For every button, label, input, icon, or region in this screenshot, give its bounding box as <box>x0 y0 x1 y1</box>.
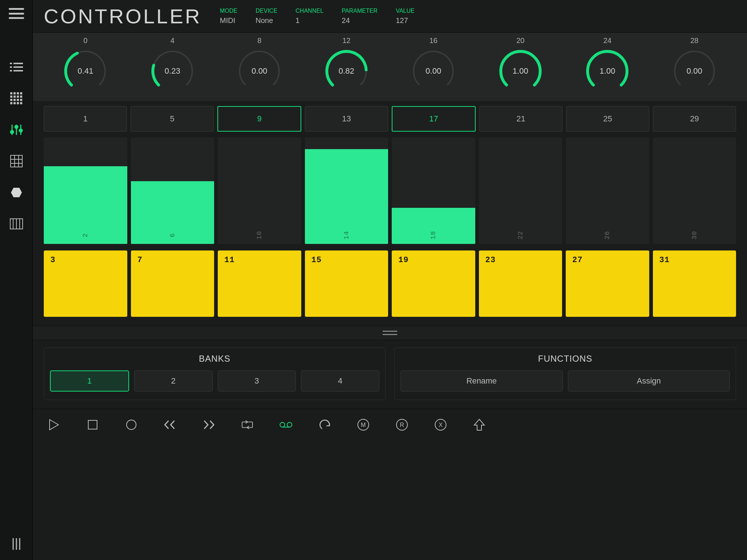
rail-grid-icon[interactable] <box>9 91 24 106</box>
svg-rect-42 <box>88 420 97 429</box>
svg-point-43 <box>127 420 136 429</box>
rail-matrix-icon[interactable] <box>9 154 24 168</box>
bank-button[interactable]: 1 <box>50 370 129 392</box>
svg-rect-7 <box>13 92 16 94</box>
function-button[interactable]: Rename <box>400 370 563 392</box>
header-param[interactable]: CHANNEL1 <box>295 8 323 25</box>
svg-text:R: R <box>400 422 404 428</box>
knob[interactable]: 1.00 <box>584 48 631 94</box>
svg-rect-28 <box>11 155 22 167</box>
fader-label: 14 <box>343 231 350 240</box>
fader[interactable]: 30 <box>653 137 736 244</box>
fader-label: 30 <box>691 231 698 240</box>
rail-sliders-icon[interactable] <box>9 122 24 137</box>
knob-label: 12 <box>342 36 351 45</box>
header-param[interactable]: PARAMETER24 <box>342 8 378 25</box>
pad[interactable]: 23 <box>479 250 562 317</box>
pad[interactable]: 19 <box>392 250 475 317</box>
transport-m-icon[interactable]: M <box>357 418 370 431</box>
transport-stop-icon[interactable] <box>86 418 99 431</box>
knob-value: 0.23 <box>149 48 196 94</box>
svg-marker-41 <box>50 420 58 430</box>
fader[interactable]: 10 <box>218 137 301 244</box>
svg-point-27 <box>19 129 22 132</box>
knob[interactable]: 0.41 <box>62 48 109 94</box>
svg-point-26 <box>15 125 18 128</box>
functions-panel: FUNCTIONS RenameAssign <box>394 347 736 400</box>
fader[interactable]: 22 <box>479 137 562 244</box>
fader[interactable]: 2 <box>44 137 127 244</box>
header-param[interactable]: DEVICENone <box>256 8 278 25</box>
param-value: MIDI <box>220 16 237 25</box>
fader[interactable]: 6 <box>131 137 214 244</box>
svg-point-46 <box>287 422 292 427</box>
svg-rect-18 <box>10 102 12 104</box>
panel-resize-handle[interactable] <box>33 326 747 340</box>
knob[interactable]: 0.23 <box>149 48 196 94</box>
fader-label: 18 <box>430 231 437 240</box>
knob-value: 1.00 <box>584 48 631 94</box>
knob[interactable]: 0.82 <box>323 48 370 94</box>
fader-label: 2 <box>82 233 89 237</box>
pad[interactable]: 11 <box>218 250 301 317</box>
fader[interactable]: 14 <box>305 137 388 244</box>
transport-forward-icon[interactable] <box>202 418 215 431</box>
transport-loop-icon[interactable] <box>241 418 254 431</box>
header-param[interactable]: VALUE127 <box>396 8 414 25</box>
transport-x-icon[interactable]: X <box>434 418 447 431</box>
transport-play-icon[interactable] <box>47 418 61 431</box>
pad[interactable]: 27 <box>566 250 649 317</box>
bank-button[interactable]: 2 <box>134 370 213 392</box>
header-param[interactable]: MODEMIDI <box>220 8 237 25</box>
menu-button[interactable] <box>9 8 24 19</box>
function-button[interactable]: Assign <box>568 370 730 392</box>
rail-bars-icon[interactable] <box>9 537 24 551</box>
fader[interactable]: 18 <box>392 137 475 244</box>
transport-r-icon[interactable]: R <box>395 418 409 431</box>
channel-button[interactable]: 29 <box>653 106 736 132</box>
transport-rewind-icon[interactable] <box>163 418 177 431</box>
channel-button[interactable]: 1 <box>44 106 127 132</box>
channel-button[interactable]: 9 <box>217 106 301 132</box>
channel-button[interactable]: 25 <box>566 106 649 132</box>
pad-label: 31 <box>659 256 730 265</box>
pad-label: 7 <box>138 256 208 265</box>
param-value: 1 <box>295 16 323 25</box>
param-label: MODE <box>220 8 237 14</box>
pad[interactable]: 31 <box>653 250 736 317</box>
knob[interactable]: 1.00 <box>497 48 544 94</box>
knob[interactable]: 0.00 <box>671 48 718 94</box>
channel-button[interactable]: 21 <box>479 106 562 132</box>
knob[interactable]: 0.00 <box>410 48 457 94</box>
rail-list-icon[interactable] <box>9 60 24 74</box>
fader[interactable]: 26 <box>566 137 649 244</box>
pad[interactable]: 7 <box>131 250 214 317</box>
knob-label: 0 <box>84 36 88 45</box>
rail-hexagon-icon[interactable] <box>9 185 24 200</box>
bank-button[interactable]: 4 <box>301 370 379 392</box>
bank-button[interactable]: 3 <box>218 370 296 392</box>
svg-rect-4 <box>13 66 23 68</box>
pad[interactable]: 15 <box>305 250 388 317</box>
svg-rect-6 <box>10 92 12 94</box>
transport-shift-icon[interactable] <box>473 418 486 431</box>
knob-value: 0.00 <box>671 48 718 94</box>
channel-button[interactable]: 5 <box>131 106 214 132</box>
knob-value: 0.00 <box>410 48 457 94</box>
knob[interactable]: 0.00 <box>236 48 283 94</box>
svg-rect-8 <box>17 92 19 94</box>
transport-record-icon[interactable] <box>125 418 138 431</box>
fader-label: 6 <box>169 233 176 237</box>
channel-button[interactable]: 13 <box>305 106 388 132</box>
transport-tape-icon[interactable] <box>279 418 293 431</box>
svg-rect-1 <box>10 66 12 68</box>
knob-label: 8 <box>258 36 262 45</box>
svg-rect-19 <box>13 102 16 104</box>
svg-rect-3 <box>13 63 23 64</box>
svg-rect-12 <box>17 96 19 98</box>
pad[interactable]: 3 <box>44 250 127 317</box>
transport-undo-icon[interactable] <box>318 418 331 431</box>
rail-piano-icon[interactable] <box>9 217 24 231</box>
fader-label: 10 <box>256 231 263 240</box>
channel-button[interactable]: 17 <box>392 106 476 132</box>
